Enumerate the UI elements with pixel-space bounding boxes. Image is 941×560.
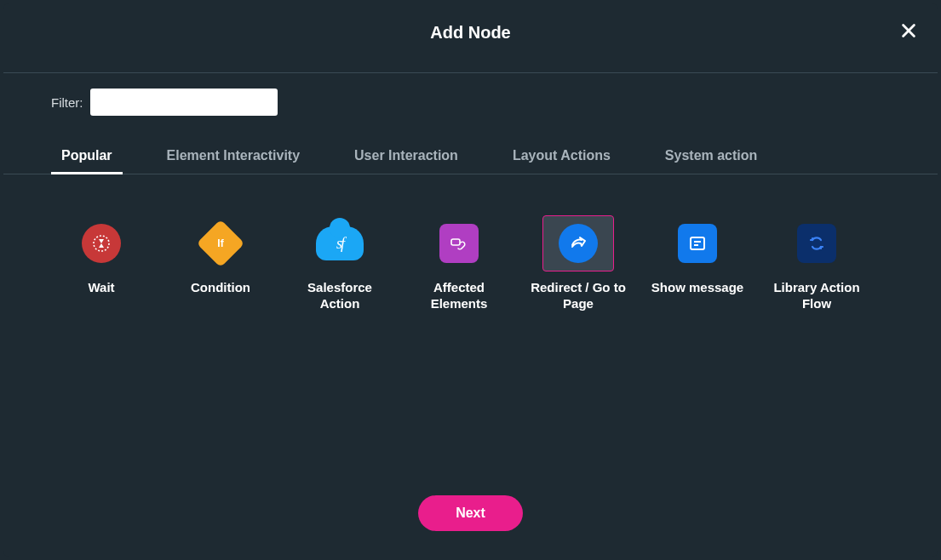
- node-label: Wait: [88, 280, 114, 296]
- node-label: Library Action Flow: [766, 280, 867, 312]
- filter-row: Filter:: [3, 73, 938, 116]
- node-icon-wrap: [781, 215, 852, 271]
- svg-text:If: If: [217, 237, 224, 249]
- node-icon-wrap: [542, 215, 614, 271]
- affected-elements-icon: [439, 224, 479, 263]
- node-label: Condition: [191, 280, 250, 296]
- add-node-modal: Add Node Filter: Popular Element Interac…: [3, 3, 938, 557]
- salesforce-icon: sf: [316, 226, 364, 260]
- tab-element-interactivity[interactable]: Element Interactivity: [157, 148, 311, 174]
- svg-point-2: [94, 236, 109, 251]
- node-label: Affected Elements: [409, 280, 509, 312]
- node-redirect[interactable]: Redirect / Go to Page: [528, 215, 628, 312]
- node-icon-wrap: [66, 215, 137, 271]
- modal-title: Add Node: [430, 23, 510, 43]
- filter-label: Filter:: [51, 95, 83, 110]
- message-icon: [678, 224, 717, 263]
- tab-user-interaction[interactable]: User Interaction: [344, 148, 468, 174]
- filter-input[interactable]: [90, 89, 278, 116]
- close-button[interactable]: [897, 19, 921, 43]
- node-icon-wrap: If: [185, 215, 256, 271]
- node-library-action-flow[interactable]: Library Action Flow: [766, 215, 867, 312]
- modal-footer: Next: [3, 495, 938, 557]
- node-show-message[interactable]: Show message: [647, 215, 748, 312]
- node-label: Show message: [651, 280, 743, 296]
- next-button[interactable]: Next: [418, 495, 523, 531]
- tab-system-action[interactable]: System action: [655, 148, 767, 174]
- node-affected-elements[interactable]: Affected Elements: [409, 215, 509, 312]
- close-icon: [899, 21, 918, 40]
- library-flow-icon: [797, 224, 836, 263]
- tab-popular[interactable]: Popular: [51, 148, 123, 174]
- node-label: Redirect / Go to Page: [528, 280, 628, 312]
- node-label: Salesforce Action: [290, 280, 390, 312]
- node-grid: Wait If Condition sf Salesforce Action: [3, 174, 938, 312]
- redirect-icon: [559, 224, 598, 263]
- hourglass-icon: [82, 224, 121, 263]
- node-icon-wrap: [423, 215, 495, 271]
- node-icon-wrap: [662, 215, 733, 271]
- modal-header: Add Node: [3, 3, 938, 73]
- node-icon-wrap: sf: [304, 215, 376, 271]
- svg-rect-4: [451, 239, 460, 245]
- svg-rect-5: [691, 237, 704, 249]
- node-condition[interactable]: If Condition: [170, 215, 271, 312]
- tabs: Popular Element Interactivity User Inter…: [3, 148, 938, 174]
- node-salesforce-action[interactable]: sf Salesforce Action: [290, 215, 390, 312]
- node-wait[interactable]: Wait: [51, 215, 152, 312]
- tab-layout-actions[interactable]: Layout Actions: [502, 148, 621, 174]
- condition-icon: If: [197, 220, 245, 268]
